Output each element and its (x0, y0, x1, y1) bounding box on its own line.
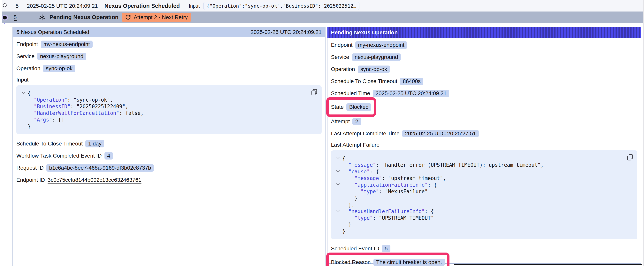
code-line: }, (334, 201, 624, 208)
field-row-last-attempt-complete-time: Last Attempt Complete Time2025-02-25 UTC… (331, 129, 479, 138)
field-row-workflow-task-completed-event-id: Workflow Task Completed Event ID4 (16, 152, 113, 160)
code-text: }, (342, 201, 354, 208)
code-text: } (342, 228, 346, 235)
code-line: "cause": { (334, 168, 624, 175)
field-label: Attempt (331, 118, 350, 125)
code-gutter (334, 175, 342, 182)
detail-panels: 5 Nexus Operation Scheduled 2025-02-25 U… (12, 27, 641, 266)
field-row-service: Servicenexus-playground (16, 52, 86, 61)
history-row-pending[interactable]: 5 Pending Nexus Operation Attempt 2 · Ne… (2, 12, 643, 23)
code-text: "BusinessID": "20250225122409", (28, 103, 128, 110)
code-text: "cause": { (342, 168, 379, 175)
code-text: "HandlerWaitForCancellation": false, (28, 110, 144, 116)
code-text: "message": "handler error (UPSTREAM_TIME… (342, 162, 544, 168)
bottom-divider (454, 264, 642, 265)
field-row-operation: Operationsync-op-ok (16, 64, 75, 73)
field-value-chip: my-nexus-endpoint (355, 41, 407, 49)
code-line: "Operation": "sync-op-ok", (19, 97, 308, 103)
field-value-chip: 5 (382, 245, 390, 252)
collapse-chevron-icon[interactable] (334, 168, 342, 175)
pending-operation-title: Pending Nexus Operation (50, 14, 119, 21)
code-line: "BusinessID": "20250225122409", (19, 103, 308, 110)
code-gutter (19, 97, 28, 103)
event-name: Nexus Operation Scheduled (104, 3, 180, 9)
collapse-chevron-icon[interactable] (334, 182, 342, 188)
scheduled-panel-body: Endpointmy-nexus-endpointServicenexus-pl… (13, 37, 325, 184)
field-label: Operation (16, 65, 40, 72)
code-text: "Args": [] (28, 116, 64, 123)
collapse-chevron-icon[interactable] (19, 90, 28, 97)
event-id-link[interactable]: 5 (14, 14, 17, 21)
field-value-chip: 2 (352, 118, 361, 125)
field-value-chip: nexus-playground (37, 53, 86, 60)
field-value-chip: 86400s (400, 78, 423, 85)
input-preview-chip: {"Operation":"sync-op-ok","BusinessID":"… (204, 2, 360, 10)
event-detail-label: Input (189, 3, 200, 9)
code-gutter (19, 123, 28, 130)
field-label: State (331, 104, 344, 110)
scheduled-panel-timestamp: 2025-02-25 UTC 20:24:09.21 (251, 29, 322, 35)
field-label: Blocked Reason (331, 259, 371, 265)
event-id-link[interactable]: 5 (16, 3, 19, 9)
code-line: "Args": [] (19, 116, 308, 123)
field-row-scheduled-time: Scheduled Time2025-02-25 UTC 20:24:09.21 (331, 89, 449, 98)
code-gutter (334, 228, 342, 235)
timeline-filled-dot-icon (3, 16, 7, 20)
scheduled-panel-header: 5 Nexus Operation Scheduled 2025-02-25 U… (13, 27, 325, 37)
code-text: } (342, 221, 352, 228)
field-row-endpoint: Endpointmy-nexus-endpoint (331, 41, 407, 49)
history-row-scheduled[interactable]: 5 2025-02-25 UTC 20:24:09.21 Nexus Opera… (2, 1, 643, 12)
field-label: Endpoint (16, 41, 38, 47)
page: 5 2025-02-25 UTC 20:24:09.21 Nexus Opera… (0, 0, 644, 266)
field-row-blocked-reason: Blocked ReasonThe circuit breaker is ope… (331, 258, 445, 266)
field-label: Last Attempt Complete Time (331, 130, 400, 137)
code-line: "message": "handler error (UPSTREAM_TIME… (334, 162, 624, 168)
field-row-schedule-to-close-timeout: Schedule To Close Timeout1 day (16, 139, 104, 148)
code-gutter (334, 201, 342, 208)
code-text: { (342, 155, 346, 162)
field-value-chip: nexus-playground (352, 54, 401, 61)
code-line: } (334, 195, 624, 201)
field-value-chip: 4 (104, 152, 113, 159)
code-text: "type": "UPSTREAM_TIMEOUT" (342, 215, 434, 221)
code-gutter (19, 110, 28, 116)
field-label: Scheduled Event ID (331, 245, 379, 252)
field-label: Request ID (16, 165, 44, 171)
field-label: Service (16, 53, 34, 60)
failure-section-label: Last Attempt Failure (331, 142, 637, 148)
code-line: } (19, 123, 308, 130)
field-label: Scheduled Time (331, 90, 370, 97)
field-value-link[interactable]: 3c0c75ccfa8144b092c13ce632463761 (48, 177, 141, 183)
code-gutter (334, 215, 342, 221)
code-gutter (334, 188, 342, 195)
field-row-endpoint-id: Endpoint ID3c0c75ccfa8144b092c13ce632463… (16, 176, 141, 184)
code-gutter (19, 116, 28, 123)
field-label: Service (331, 54, 349, 60)
code-text: "Operation": "sync-op-ok", (28, 97, 113, 103)
copy-icon[interactable] (627, 154, 633, 161)
field-row-state: StateBlocked (331, 103, 371, 111)
code-gutter (334, 221, 342, 228)
collapse-chevron-icon[interactable] (334, 208, 342, 215)
retry-icon (125, 15, 131, 20)
field-value-chip: The circuit breaker is open. (374, 258, 445, 266)
field-label: Endpoint ID (16, 177, 45, 183)
pending-panel-header: Pending Nexus Operation (328, 27, 641, 38)
code-line: { (334, 155, 624, 162)
retry-badge-label: Attempt 2 · Next Retry (134, 14, 188, 21)
failure-json-block: { "message": "handler error (UPSTREAM_TI… (331, 150, 637, 239)
copy-icon[interactable] (311, 89, 317, 96)
code-line: { (19, 90, 308, 97)
pending-panel-body: Endpointmy-nexus-endpointServicenexus-pl… (328, 38, 641, 266)
field-value-chip: sync-op-ok (358, 66, 390, 73)
code-gutter (19, 103, 28, 110)
scheduled-panel-title: 5 Nexus Operation Scheduled (16, 29, 89, 35)
code-gutter (334, 162, 342, 168)
code-gutter (334, 195, 342, 201)
input-section-label: Input (16, 77, 322, 83)
field-value-chip: b1c6a4bc-8ee7-468a-9169-df3b02c8737b (46, 164, 154, 172)
field-value-chip: 2025-02-25 UTC 20:25:27.51 (402, 130, 479, 137)
field-row-attempt: Attempt2 (331, 117, 361, 126)
collapse-chevron-icon[interactable] (334, 155, 342, 162)
field-label: Endpoint (331, 42, 352, 48)
